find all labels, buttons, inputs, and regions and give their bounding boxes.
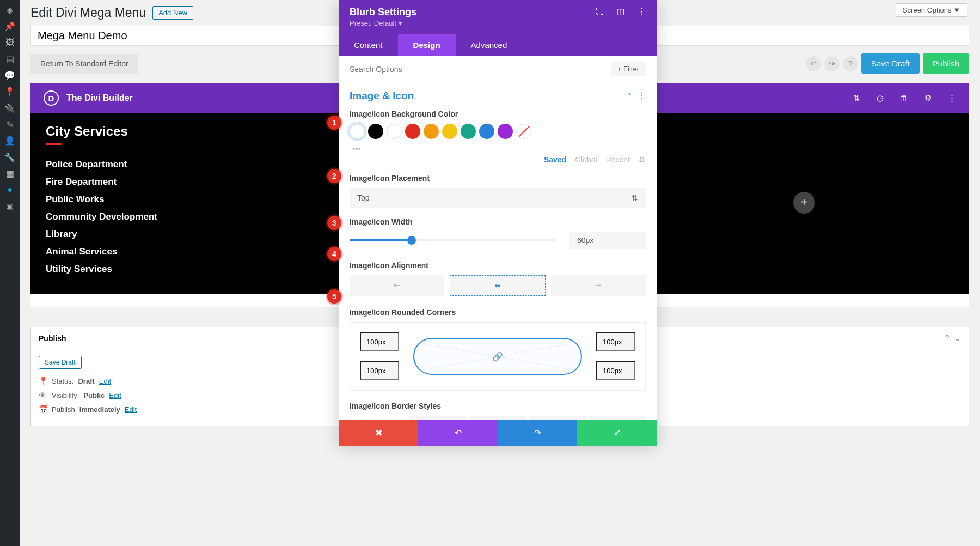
- color-settings-icon[interactable]: ⚙: [639, 155, 646, 164]
- search-options-input[interactable]: [350, 65, 611, 74]
- border-right-button[interactable]: [469, 416, 526, 420]
- menu-dots-icon[interactable]: ⋮: [638, 7, 646, 16]
- city-link[interactable]: Public Works: [46, 194, 345, 205]
- width-slider[interactable]: [350, 239, 556, 241]
- color-swatch-none[interactable]: [516, 124, 531, 139]
- divi-circle-icon[interactable]: ◉: [4, 201, 15, 211]
- border-left-button[interactable]: [589, 416, 646, 420]
- color-tab-saved[interactable]: Saved: [544, 155, 566, 164]
- clock-icon[interactable]: ◷: [877, 93, 884, 103]
- annotation-4: 4: [327, 247, 341, 261]
- return-standard-editor-button[interactable]: Return To Standard Editor: [30, 54, 138, 74]
- publish-edit-link[interactable]: Edit: [125, 405, 137, 414]
- media-icon[interactable]: 🖼: [4, 37, 15, 48]
- visibility-label: Visibility:: [52, 391, 79, 399]
- plus-icon: +: [617, 65, 622, 73]
- color-tab-recent[interactable]: Recent: [606, 155, 630, 164]
- city-link[interactable]: Library: [46, 229, 345, 240]
- color-swatch-white[interactable]: [387, 124, 402, 139]
- save-draft-meta-button[interactable]: Save Draft: [39, 356, 82, 369]
- tab-design[interactable]: Design: [398, 34, 456, 56]
- save-button[interactable]: ✔: [577, 420, 657, 446]
- undo-circle-button[interactable]: ↶: [806, 56, 821, 71]
- color-swatch-black[interactable]: [368, 124, 383, 139]
- undo-button[interactable]: ↶: [418, 420, 498, 446]
- dock-icon[interactable]: ◫: [617, 7, 624, 16]
- appearance-icon[interactable]: ✎: [4, 119, 15, 130]
- chevron-down-icon: ▾: [399, 19, 402, 27]
- add-module-button[interactable]: +: [793, 192, 815, 214]
- corner-bl-input[interactable]: [360, 361, 399, 380]
- cancel-button[interactable]: ✖: [339, 420, 418, 446]
- modal-title: Blurb Settings: [350, 7, 416, 18]
- slider-thumb[interactable]: [407, 236, 416, 245]
- visibility-edit-link[interactable]: Edit: [109, 391, 121, 399]
- border-bottom-button[interactable]: [529, 416, 586, 420]
- align-left-button[interactable]: ⇤: [350, 275, 444, 296]
- users-icon[interactable]: 👤: [4, 135, 15, 146]
- color-swatch-teal[interactable]: [461, 124, 476, 139]
- redo-button[interactable]: ↷: [498, 420, 577, 446]
- select-chevron-icon: ⇅: [632, 193, 638, 202]
- city-link[interactable]: Community Development: [46, 211, 345, 222]
- trash-icon[interactable]: 🗑: [900, 93, 908, 103]
- save-draft-button[interactable]: Save Draft: [861, 53, 920, 74]
- comments-icon[interactable]: 💬: [4, 70, 15, 81]
- color-swatch-yellow[interactable]: [442, 124, 457, 139]
- align-center-button[interactable]: ⇔: [450, 275, 546, 296]
- publish-button[interactable]: Publish: [923, 53, 969, 74]
- color-swatch-purple[interactable]: [498, 124, 513, 139]
- border-top-button[interactable]: [409, 416, 466, 420]
- sort-icon[interactable]: ⇅: [853, 93, 860, 103]
- width-label: Image/Icon Width: [350, 217, 646, 226]
- city-link[interactable]: Utility Services: [46, 264, 345, 275]
- help-circle-button[interactable]: ?: [843, 56, 858, 71]
- filter-button[interactable]: + Filter: [611, 62, 646, 76]
- city-services-heading: City Services: [46, 124, 345, 139]
- link-corners-icon[interactable]: 🔗: [492, 351, 503, 362]
- metabox-up-icon[interactable]: ⌃: [944, 333, 951, 343]
- pin-icon[interactable]: 📌: [4, 21, 15, 32]
- settings-icon[interactable]: ▦: [4, 168, 15, 179]
- color-swatch-blue[interactable]: [479, 124, 494, 139]
- plugin-icon[interactable]: 🔌: [4, 102, 15, 113]
- placement-select[interactable]: Top ⇅: [350, 188, 646, 208]
- metabox-title: Publish: [39, 334, 66, 343]
- color-tab-global[interactable]: Global: [575, 155, 597, 164]
- width-value-input[interactable]: 60px: [569, 232, 646, 249]
- expand-icon[interactable]: ⛶: [596, 7, 604, 16]
- tab-advanced[interactable]: Advanced: [456, 34, 523, 56]
- redo-circle-button[interactable]: ↷: [824, 56, 840, 71]
- dashboard-icon[interactable]: ◈: [4, 4, 15, 15]
- city-link[interactable]: Fire Department: [46, 177, 345, 187]
- align-right-button[interactable]: ⇥: [551, 275, 646, 296]
- section-title: Image & Icon: [350, 90, 414, 102]
- color-swatch-red[interactable]: [405, 124, 420, 139]
- city-link[interactable]: Police Department: [46, 159, 345, 170]
- thumbtack-icon[interactable]: 📍: [4, 86, 15, 97]
- pages-icon[interactable]: ▤: [4, 53, 15, 64]
- tab-content[interactable]: Content: [339, 34, 398, 56]
- divi-icon[interactable]: ●: [4, 184, 15, 195]
- corner-tr-input[interactable]: [596, 332, 635, 351]
- corner-br-input[interactable]: [596, 361, 635, 380]
- color-swatch-orange[interactable]: [424, 124, 439, 139]
- metabox-down-icon[interactable]: ⌄: [954, 333, 961, 343]
- tools-icon[interactable]: 🔧: [4, 151, 15, 162]
- city-link[interactable]: Animal Services: [46, 246, 345, 257]
- corner-tl-input[interactable]: [360, 332, 399, 351]
- dots-icon[interactable]: ⋮: [948, 93, 956, 103]
- collapse-icon[interactable]: ⌃: [626, 92, 633, 100]
- border-all-button[interactable]: [350, 416, 406, 420]
- preset-label[interactable]: Preset: Default ▾: [350, 19, 416, 27]
- color-swatch-white-selected[interactable]: [350, 124, 365, 139]
- add-new-button[interactable]: Add New: [152, 6, 193, 20]
- status-icon: 📍: [39, 377, 47, 385]
- status-edit-link[interactable]: Edit: [99, 377, 111, 385]
- more-colors-icon[interactable]: •••: [350, 142, 646, 155]
- alignment-label: Image/Icon Alignment: [350, 261, 646, 270]
- publish-value: immediately: [79, 405, 120, 414]
- gear-icon[interactable]: ⚙: [924, 93, 932, 103]
- section-menu-icon[interactable]: ⋮: [638, 92, 646, 100]
- annotation-1: 1: [327, 116, 341, 130]
